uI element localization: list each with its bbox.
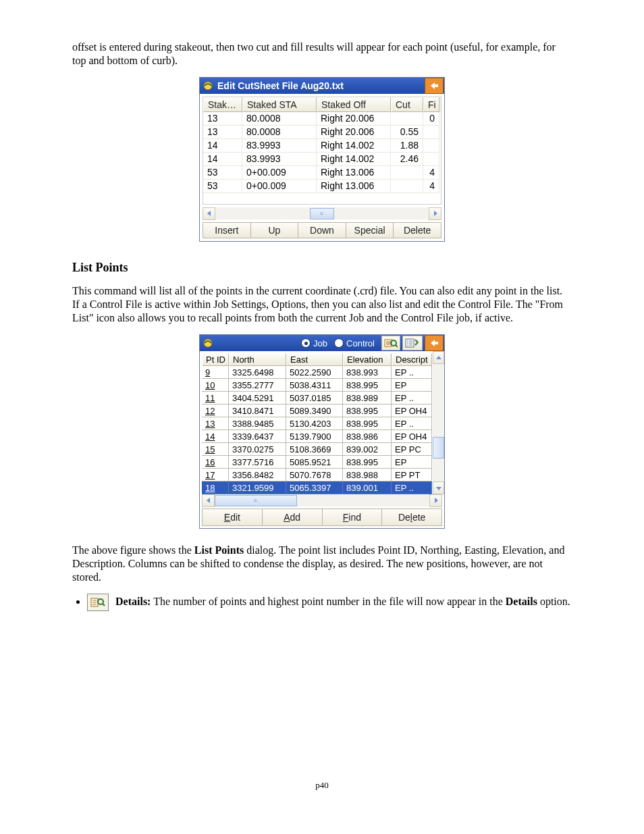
cell: 10	[202, 379, 229, 392]
scroll-left-icon[interactable]	[202, 494, 215, 507]
cell: 5022.2590	[286, 366, 343, 379]
cell: 14	[203, 153, 242, 166]
table-row[interactable]: 1380.0008Right 20.0060	[203, 112, 441, 126]
cell: Right 13.006	[317, 180, 391, 193]
delete-button[interactable]: Delete	[381, 509, 442, 526]
control-radio-label: Control	[346, 338, 375, 348]
col-cut[interactable]: Cut	[391, 97, 423, 112]
cell: 14	[203, 139, 242, 153]
job-radio-label: Job	[313, 338, 327, 348]
cell: 3377.5716	[229, 456, 286, 469]
col-staked-off[interactable]: Staked Off	[317, 97, 391, 112]
col-staked-sta[interactable]: Staked STA	[242, 97, 317, 112]
scroll-right-icon[interactable]	[429, 207, 441, 220]
list-points-paragraph: This command will list all of the points…	[72, 284, 572, 325]
radio-icon	[301, 338, 311, 348]
scroll-right-icon[interactable]	[429, 494, 442, 507]
table-row[interactable]: 93325.64985022.2590838.993EP ..	[202, 366, 433, 379]
edit-cutsheet-title: Edit CutSheet File Aug20.txt	[217, 80, 344, 91]
details-button[interactable]	[381, 336, 400, 350]
from-list-button[interactable]	[402, 336, 423, 350]
intro-paragraph: offset is entered during stakeout, then …	[72, 41, 572, 68]
table-row[interactable]: 530+00.009Right 13.0064	[203, 166, 441, 180]
down-button[interactable]: Down	[298, 222, 346, 238]
app-icon	[203, 80, 213, 91]
cell: 11	[202, 392, 229, 405]
cell: 838.995	[343, 405, 392, 417]
scroll-thumb[interactable]	[433, 437, 444, 459]
points-grid[interactable]: Pt ID North East Elevation Descript 9332…	[202, 353, 433, 494]
cutsheet-grid[interactable]: Stak… Staked STA Staked Off Cut Fi 1380.…	[203, 97, 441, 205]
table-row[interactable]: 173356.84825070.7678838.988EP PT	[202, 469, 433, 481]
table-row[interactable]: 530+00.009Right 13.0064	[203, 180, 441, 193]
add-button[interactable]: Add	[262, 509, 322, 526]
edit-button[interactable]: Edit	[202, 509, 262, 526]
table-row[interactable]: 143339.64375139.7900838.986EP OH4	[202, 430, 433, 443]
cell: 839.001	[343, 481, 392, 494]
list-points-heading: List Points	[72, 261, 572, 275]
scroll-track[interactable]: ≡	[215, 495, 429, 506]
scroll-thumb[interactable]: ≡	[215, 495, 297, 506]
table-row[interactable]: 113404.52915037.0185838.989EP ..	[202, 392, 433, 405]
job-radio[interactable]: Job	[301, 338, 327, 348]
col-fi[interactable]: Fi	[423, 97, 439, 112]
vertical-scrollbar[interactable]	[433, 351, 444, 494]
table-row[interactable]: 163377.57165085.9521838.995EP	[202, 456, 433, 469]
up-button[interactable]: Up	[250, 222, 298, 238]
col-east[interactable]: East	[286, 353, 343, 366]
scroll-up-icon[interactable]	[433, 351, 444, 364]
cell: 13	[203, 126, 242, 139]
cell: 80.0008	[242, 126, 317, 139]
cell: 17	[202, 469, 229, 481]
table-row[interactable]: 1380.0008Right 20.0060.55	[203, 126, 441, 139]
special-button[interactable]: Special	[346, 222, 394, 238]
cell: 3325.6498	[229, 366, 286, 379]
col-north[interactable]: North	[229, 353, 286, 366]
horizontal-scrollbar[interactable]: ≡	[202, 494, 442, 506]
insert-button[interactable]: Insert	[203, 222, 250, 238]
scroll-left-icon[interactable]	[203, 207, 215, 220]
scroll-down-icon[interactable]	[433, 481, 444, 494]
cell: 12	[202, 405, 229, 417]
scroll-thumb[interactable]: ≡	[310, 208, 334, 219]
col-staked[interactable]: Stak…	[203, 97, 242, 112]
table-row[interactable]: 133388.94855130.4203838.995EP ..	[202, 417, 433, 430]
table-row[interactable]: 183321.95995065.3397839.001EP ..	[202, 481, 433, 494]
col-pt-id[interactable]: Pt ID	[202, 353, 229, 366]
grid-filler	[203, 193, 441, 204]
table-row[interactable]: 153370.02755108.3669839.002EP PC	[202, 443, 433, 456]
back-button[interactable]	[425, 78, 444, 94]
cell: 18	[202, 481, 229, 494]
scroll-track[interactable]	[433, 364, 444, 481]
cell: EP ..	[392, 366, 432, 379]
cell: EP	[392, 456, 432, 469]
table-row[interactable]: 103355.27775038.4311838.995EP	[202, 379, 433, 392]
cell: 3321.9599	[229, 481, 286, 494]
col-elevation[interactable]: Elevation	[343, 353, 392, 366]
control-radio[interactable]: Control	[334, 338, 375, 348]
scroll-track[interactable]: ≡	[215, 208, 429, 219]
table-row[interactable]: 1483.9993Right 14.0022.46	[203, 153, 441, 166]
cell: 16	[202, 456, 229, 469]
cell: 0.55	[391, 126, 423, 139]
points-toolbar: Edit Add Find Delete	[202, 509, 442, 526]
back-button[interactable]	[425, 335, 444, 351]
table-row[interactable]: 1483.9993Right 14.0021.88	[203, 139, 441, 153]
cell: 4	[423, 166, 439, 180]
table-row[interactable]: 123410.84715089.3490838.995EP OH4	[202, 405, 433, 417]
find-button[interactable]: Find	[322, 509, 382, 526]
cell: 2.46	[391, 153, 423, 166]
cell: Right 13.006	[317, 166, 391, 180]
col-description[interactable]: Descript	[392, 353, 432, 366]
cell	[391, 112, 423, 126]
cell: 3388.9485	[229, 417, 286, 430]
cell: 838.995	[343, 456, 392, 469]
edit-cutsheet-titlebar: Edit CutSheet File Aug20.txt	[200, 78, 444, 94]
radio-icon	[334, 338, 344, 348]
cell: 5139.7900	[286, 430, 343, 443]
cell: 13	[202, 417, 229, 430]
cell: 5108.3669	[286, 443, 343, 456]
horizontal-scrollbar[interactable]: ≡	[203, 207, 441, 219]
cell: EP ..	[392, 481, 432, 494]
delete-button[interactable]: Delete	[393, 222, 441, 238]
